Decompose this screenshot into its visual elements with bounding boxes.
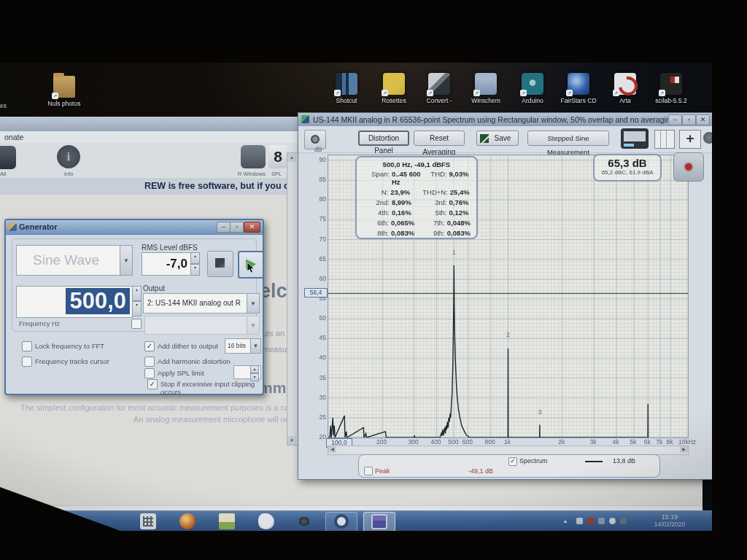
close-icon[interactable]: ✕ <box>696 114 710 125</box>
menu-item-donate-partial[interactable]: onate <box>4 133 23 141</box>
generator-app-icon <box>9 223 17 231</box>
distortion-panel-button[interactable]: Distortion Panel <box>358 131 409 146</box>
add-dither-checkbox[interactable]: ✓ <box>144 341 155 351</box>
chevron-down-icon[interactable]: ▾ <box>247 294 259 313</box>
desktop-icon-scilab[interactable]: scilab-5.5.2 <box>651 73 692 104</box>
record-button[interactable]: ● <box>673 152 704 182</box>
graph-thumbnail-icon[interactable] <box>621 128 649 149</box>
taskbar-icon-app2[interactable] <box>258 513 274 529</box>
tray-icon-5[interactable] <box>620 518 627 524</box>
x-tick-label: 10kHz <box>676 438 698 446</box>
secondary-output-checkbox[interactable] <box>131 319 142 329</box>
secondary-output-select[interactable]: ▾ <box>144 316 260 335</box>
generator-titlebar[interactable]: Generator – ▫ ✕ <box>6 220 263 235</box>
svg-text:3: 3 <box>538 408 541 416</box>
spl-meter-icon[interactable]: 8 <box>268 145 287 168</box>
scroll-up-icon[interactable]: ▲ <box>287 153 296 162</box>
spectrum-toolbar: Distortion Panel Reset Averaging Save St… <box>298 126 713 153</box>
scroll-right-icon[interactable]: ▶ <box>680 446 688 453</box>
photo-border-top <box>0 0 747 63</box>
tray-icon-4[interactable] <box>609 518 616 524</box>
desktop-icon-fairstars[interactable]: FairStars CD <box>558 73 599 104</box>
tray-chevron-icon[interactable]: ▲ <box>562 518 569 525</box>
maximize-icon[interactable]: ▫ <box>230 222 244 233</box>
arduino-icon <box>522 73 543 95</box>
lock-frequency-checkbox[interactable] <box>22 341 32 351</box>
shotcut-icon <box>336 73 357 95</box>
taskbar-icon-app1[interactable] <box>140 513 156 529</box>
taskbar-icon-doc[interactable] <box>219 513 235 529</box>
dither-bits-select[interactable]: 16 bits ▾ <box>225 338 261 354</box>
tray-icon-3[interactable] <box>598 518 605 524</box>
minimize-icon[interactable]: – <box>668 114 682 125</box>
add-harmonic-distortion-checkbox[interactable] <box>144 357 155 367</box>
taskbar-button-rew-logo[interactable] <box>325 512 357 531</box>
desktop-icon-nuls-photos[interactable]: Nuls photos <box>44 76 85 107</box>
photo-border-bottom <box>0 531 747 560</box>
tray-icon-2[interactable] <box>587 518 594 524</box>
maximize-icon[interactable]: ▫ <box>682 114 696 125</box>
desktop-icon-winschem[interactable]: Winschem <box>465 73 506 104</box>
apply-spl-limit-checkbox[interactable] <box>144 368 155 378</box>
taskbar-clock[interactable]: 15:19 14/02/2020 <box>642 513 697 528</box>
layout-columns-icon[interactable] <box>654 130 675 149</box>
legend-spectrum-checkbox[interactable]: ✓ <box>508 457 517 466</box>
scroll-down-icon[interactable]: ▼ <box>287 436 296 445</box>
taskbar-button-rew-active[interactable] <box>363 512 395 531</box>
lock-level-button[interactable] <box>207 251 233 277</box>
desktop-icon-rosettes[interactable]: Rosettes <box>374 73 414 104</box>
tray-icon-1[interactable] <box>576 518 583 524</box>
spl-limit-spinner[interactable]: ▴ ▾ <box>250 365 259 378</box>
stop-clipping-checkbox[interactable]: ✓ <box>147 379 158 389</box>
photo-border-right <box>712 0 747 560</box>
taskbar-icon-app3[interactable] <box>299 517 309 526</box>
rms-level-field[interactable]: -7,0 <box>142 252 191 276</box>
folder-icon <box>53 76 75 98</box>
stepped-sine-button[interactable]: Stepped Sine Measurement <box>527 131 609 146</box>
rew-vertical-scrollbar[interactable]: ▲ ▼ <box>287 152 298 446</box>
save-button[interactable]: Save <box>476 131 519 146</box>
measure-all-icon[interactable] <box>0 146 16 169</box>
y-tick-label: 65 <box>320 255 326 262</box>
info-icon[interactable]: i <box>57 145 80 168</box>
rew-windows-icon[interactable] <box>241 145 266 168</box>
spectrum-titlebar[interactable]: US-144 MKII analog in R 65536-point Spec… <box>298 113 713 127</box>
y-tick-label: 30 <box>320 394 326 401</box>
rew-logo-icon <box>334 514 349 529</box>
spin-down-icon: ▾ <box>132 301 142 316</box>
frequency-spinner[interactable]: ▴ ▾ <box>132 286 142 316</box>
taskbar-icon-firefox[interactable] <box>179 513 196 529</box>
rms-level-spinner[interactable]: ▴ ▾ <box>190 252 200 276</box>
y-tick-label: 75 <box>320 215 326 222</box>
desktop-icon-arta[interactable]: Arta <box>605 73 646 104</box>
pan-tool-icon[interactable]: + <box>679 130 701 149</box>
lock-icon <box>215 258 225 268</box>
spl-sub-value: 65,2 dBC, 61,9 dBA <box>595 169 660 176</box>
toolbar-icon1-label: All <box>0 171 6 177</box>
winschem-icon <box>475 73 497 95</box>
chevron-down-icon[interactable]: ▾ <box>250 339 260 353</box>
signal-type-select[interactable]: Sine Wave ▾ <box>16 245 133 276</box>
y-tick-label: 45 <box>320 334 326 341</box>
minimize-icon[interactable]: – <box>217 222 231 233</box>
reset-averaging-button[interactable]: Reset Averaging <box>414 131 465 146</box>
frequency-field[interactable]: 500,0 <box>16 286 133 318</box>
desktop-icon-arduino[interactable]: Arduino <box>512 73 553 104</box>
y-axis-unit: dB <box>314 146 322 153</box>
chevron-down-icon[interactable]: ▾ <box>120 246 132 275</box>
close-icon[interactable]: ✕ <box>244 222 260 233</box>
rms-level-value: -7,0 <box>166 257 187 271</box>
legend-peak-checkbox[interactable] <box>364 467 373 475</box>
frequency-tracks-cursor-checkbox[interactable] <box>22 357 32 367</box>
toolbar-info-label: Info <box>64 171 74 177</box>
y-tick-label: 20 <box>320 433 326 440</box>
chevron-down-icon[interactable]: ▾ <box>247 316 259 334</box>
desktop-icon-convert[interactable]: Convert - <box>419 73 460 104</box>
legend-peak-value: -49,1 dB <box>468 467 493 475</box>
desktop-icon-shotcut[interactable]: Shotcut <box>326 73 367 104</box>
output-select[interactable]: 2: US-144 MKII analog out R ▾ <box>143 293 260 314</box>
arta-icon <box>614 73 636 95</box>
record-icon: ● <box>684 157 693 175</box>
toolbar-spl-label: SPL <box>271 171 282 177</box>
scroll-left-icon[interactable]: ◀ <box>328 446 336 453</box>
